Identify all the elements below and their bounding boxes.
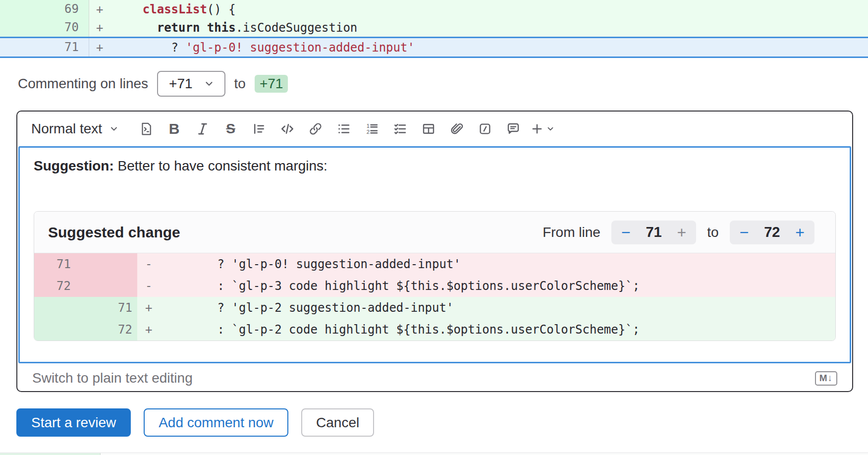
suggestion-paragraph: Suggestion: Better to have consistent ma…	[34, 156, 836, 176]
to-word: to	[234, 76, 246, 92]
to-line-increment-button[interactable]: +	[793, 225, 807, 240]
code-line: return this.isCodeSuggestion	[114, 21, 868, 35]
code-line: ? 'gl-p-0! suggestion-added-input'	[160, 257, 461, 271]
suggestion-line-numbers: 72	[34, 319, 137, 341]
code-line: ? 'gl-p-2 suggestion-added-input'	[160, 301, 453, 315]
diff-line: 69+ classList() {	[0, 0, 868, 18]
ordered-list-icon[interactable]: 1 2	[358, 115, 386, 143]
from-line-increment-button[interactable]: +	[675, 225, 689, 240]
switch-to-plain-text-button[interactable]: Switch to plain text editing	[32, 370, 193, 386]
diff-marker: +	[137, 323, 160, 337]
chevron-down-icon	[546, 124, 555, 133]
suggestion-diff-line: 72+ : `gl-p-2 code highlight ${this.$opt…	[34, 319, 835, 341]
diff-marker: +	[89, 41, 114, 55]
comment-editor: Normal text B S	[16, 111, 853, 392]
plus-icon	[530, 122, 544, 136]
text-style-dropdown[interactable]: Normal text	[31, 121, 119, 137]
task-list-icon[interactable]	[386, 115, 414, 143]
editor-footer: Switch to plain text editing M↓	[17, 363, 852, 392]
suggested-change-header: Suggested change From line − 71 + to − 7…	[34, 212, 835, 253]
insert-template-icon[interactable]	[132, 115, 160, 143]
diff-marker: -	[137, 257, 160, 271]
code-icon[interactable]	[273, 115, 301, 143]
diff-line: 71+ ? 'gl-p-0! suggestion-added-input'	[0, 37, 868, 58]
from-line-label: From line	[542, 225, 600, 240]
strikethrough-icon[interactable]: S	[217, 115, 245, 143]
editor-toolbar: Normal text B S	[17, 112, 852, 146]
commenting-on-lines-row: Commenting on lines +71 to +71	[0, 58, 868, 111]
code-line: : `gl-p-2 code highlight ${this.$options…	[160, 323, 640, 337]
suggestion-text: Better to have consistent margins:	[114, 158, 327, 173]
suggestion-diff-line: 71+ ? 'gl-p-2 suggestion-added-input'	[34, 297, 835, 319]
suggestion-line-numbers: 71	[34, 253, 137, 275]
to-line-stepper: − 72 +	[730, 221, 814, 244]
line-number[interactable]: 69	[0, 0, 89, 18]
start-review-button[interactable]: Start a review	[16, 408, 131, 437]
diff-marker: -	[137, 279, 160, 293]
text-style-label: Normal text	[31, 121, 102, 137]
to-line-value: 72	[761, 224, 782, 240]
code-line: ? 'gl-p-0! suggestion-added-input'	[114, 41, 868, 55]
add-comment-now-button[interactable]: Add comment now	[144, 408, 288, 437]
bold-icon[interactable]: B	[160, 115, 188, 143]
chevron-down-icon	[204, 78, 215, 89]
from-line-value: 71	[644, 224, 664, 240]
diff-marker: +	[137, 301, 160, 315]
table-icon[interactable]	[414, 115, 442, 143]
code-line: : `gl-p-3 code highlight ${this.$options…	[160, 279, 640, 293]
from-line-decrement-button[interactable]: −	[619, 225, 633, 240]
commenting-label: Commenting on lines	[18, 76, 148, 92]
more-options-button[interactable]	[527, 115, 558, 143]
next-diff-code	[101, 453, 868, 455]
comment-icon[interactable]	[499, 115, 527, 143]
line-range-controls: From line − 71 + to − 72 +	[542, 221, 814, 244]
italic-icon[interactable]	[188, 115, 217, 143]
diff-comment-page: 69+ classList() {70+ return this.isCodeS…	[0, 0, 868, 455]
link-icon[interactable]	[301, 115, 329, 143]
diff-context: 69+ classList() {70+ return this.isCodeS…	[0, 0, 868, 58]
line-from-value: +71	[169, 76, 193, 92]
line-number[interactable]: 71	[0, 38, 89, 57]
code-line: classList() {	[114, 2, 868, 16]
suggestion-diff-line: 72- : `gl-p-3 code highlight ${this.$opt…	[34, 275, 835, 297]
line-to-badge: +71	[255, 75, 288, 93]
details-block-icon[interactable]	[471, 115, 499, 143]
bullet-list-icon[interactable]	[329, 115, 358, 143]
svg-text:1: 1	[366, 123, 369, 129]
suggestion-line-numbers: 71	[34, 297, 137, 319]
to-line-decrement-button[interactable]: −	[738, 225, 751, 240]
suggested-change-widget: Suggested change From line − 71 + to − 7…	[34, 211, 836, 341]
editor-content-area[interactable]: Suggestion: Better to have consistent ma…	[18, 146, 851, 363]
suggested-change-title: Suggested change	[48, 224, 180, 241]
next-diff-gutter	[0, 453, 101, 455]
line-number[interactable]: 70	[0, 18, 89, 37]
next-diff-row-sliver	[0, 453, 868, 455]
suggested-change-rows: 71- ? 'gl-p-0! suggestion-added-input'72…	[34, 253, 835, 341]
quote-icon[interactable]	[245, 115, 273, 143]
line-from-select[interactable]: +71	[157, 71, 225, 97]
cancel-button[interactable]: Cancel	[301, 408, 374, 437]
svg-text:2: 2	[366, 129, 369, 135]
diff-marker: +	[89, 2, 114, 16]
diff-marker: +	[89, 21, 114, 35]
attachment-icon[interactable]	[442, 115, 471, 143]
markdown-icon: M↓	[815, 371, 837, 386]
suggestion-label: Suggestion:	[34, 158, 114, 173]
comment-actions: Start a review Add comment now Cancel	[16, 408, 868, 437]
to-word: to	[707, 225, 718, 240]
chevron-down-icon	[109, 124, 119, 134]
suggestion-diff-line: 71- ? 'gl-p-0! suggestion-added-input'	[34, 253, 835, 275]
suggestion-line-numbers: 72	[34, 275, 137, 297]
diff-line: 70+ return this.isCodeSuggestion	[0, 18, 868, 37]
from-line-stepper: − 71 +	[611, 221, 696, 244]
